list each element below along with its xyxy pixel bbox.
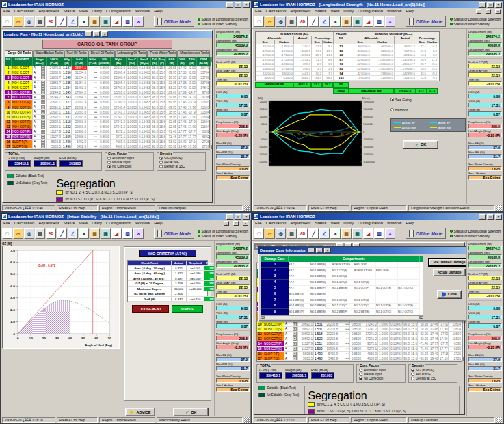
display-icon[interactable]: ▣: [101, 16, 111, 27]
menu-item[interactable]: Adjustment: [290, 9, 310, 13]
cargo-kind-dropdown[interactable]: A▼: [33, 85, 47, 90]
draft-line-icon[interactable]: ╱: [308, 16, 319, 27]
title-bar[interactable]: Loadcom for IRAN HORMOZ - [Longitudinal …: [252, 1, 503, 8]
table-row[interactable]: 4 NO4 C.COT A▼ 31883.7 1.235 31254.6 •••…: [5, 81, 211, 85]
table-row[interactable]: 10 NO3 COT(P) A▼ 20692.1 1.531 20203.8 •…: [257, 322, 462, 327]
table-row[interactable]: 2 NO2 C.COT A▼ 31883.6 1.236 31254.6 •••…: [5, 70, 211, 75]
trim-gauge-icon[interactable]: ∠: [68, 228, 78, 239]
radio-option[interactable]: No Correction: [359, 377, 403, 380]
new-file-icon[interactable]: □: [254, 228, 264, 239]
radio-option[interactable]: Manual Input: [359, 373, 403, 376]
close-icon[interactable]: ×: [243, 2, 250, 8]
ullage-cell[interactable]: 1.234: [62, 85, 72, 90]
table-row[interactable]: 14 NO5 COT(P) A▼ 11127.9 1.511 10908.6 •…: [257, 341, 462, 346]
report-book-icon[interactable]: ▥: [122, 228, 133, 239]
menu-item[interactable]: Help: [406, 9, 414, 13]
ship-search-icon[interactable]: ◎: [276, 16, 286, 27]
radio-option[interactable]: Automatic Input: [107, 157, 151, 160]
minimize-icon[interactable]: _: [85, 31, 92, 37]
menu-item[interactable]: File: [255, 221, 262, 225]
horizontal-scrollbar[interactable]: ◀▶: [261, 315, 423, 319]
minimize-icon[interactable]: _: [308, 248, 315, 253]
resize-grip[interactable]: [244, 417, 250, 423]
cargo-kind-dropdown[interactable]: A▼: [33, 66, 47, 70]
menu-item[interactable]: File: [3, 9, 10, 13]
close-icon[interactable]: ×: [101, 31, 108, 37]
damage-case-row[interactable]: 9 NO.1 WBT(P) NO.1 WBT(S) NO.2 WBT(P) NO…: [261, 309, 423, 315]
new-file-icon[interactable]: □: [2, 228, 12, 239]
draft-line-icon[interactable]: ╱: [57, 16, 67, 27]
menu-item[interactable]: View: [330, 9, 339, 13]
vertical-scrollbar[interactable]: ▲▼: [211, 57, 213, 149]
table-row[interactable]: 15 NO5 COT(S) A▼ 11127.9 1.509 10908.6 •…: [5, 135, 211, 140]
table-row[interactable]: 16 SLOP T(P) A▼ 5603.5 1.490 5492.9 ••• …: [257, 352, 462, 356]
title-bar[interactable]: Loadcom for IRAN HORMOZ - [Intact Stabil…: [1, 213, 251, 220]
menu-item[interactable]: Adjustment: [290, 221, 310, 225]
menu-item[interactable]: Status: [63, 221, 75, 225]
table-row[interactable]: 11 NO3 COT(S) A▼ 20692.1 1.531 20203.8 •…: [257, 327, 462, 332]
menu-item[interactable]: Adjustment: [38, 221, 59, 225]
print-icon[interactable]: ▤: [287, 228, 297, 239]
offline-mode-button[interactable]: Offline Mode: [406, 228, 446, 239]
dialog-title-bar[interactable]: Damage Case Information _ □ ×: [258, 247, 466, 254]
trim-gauge-icon[interactable]: ∠: [319, 16, 330, 27]
print-icon[interactable]: ▤: [35, 16, 45, 27]
resize-grip[interactable]: [244, 205, 250, 211]
damage-case-row[interactable]: 1 F.P.T NO.1 WBT(S) BOSUN STORE FWD. VOI…: [261, 262, 423, 268]
table-row[interactable]: 15 NO5 COT(S) A▼ 11127.9 1.509 10908.6 •…: [257, 347, 462, 352]
cargo-kind-dropdown[interactable]: A▼: [284, 347, 298, 352]
cargo-kind-dropdown[interactable]: A▼: [33, 105, 47, 110]
trim-chart-icon[interactable]: ◢: [111, 16, 122, 27]
table-row[interactable]: 10 NO3 COT(P) A▼ 20692.1 1.531 20203.8 •…: [5, 110, 211, 115]
menu-item[interactable]: View: [79, 221, 88, 225]
menu-item[interactable]: Calculation: [14, 221, 35, 225]
ullage-cell[interactable]: 1.240: [62, 75, 72, 80]
cargo-kind-dropdown[interactable]: A▼: [284, 327, 298, 332]
new-file-icon[interactable]: □: [2, 16, 12, 27]
radio-option[interactable]: Sea Going: [390, 98, 466, 102]
tab[interactable]: Water Ballast Tanks: [33, 50, 64, 57]
menu-item[interactable]: Window: [387, 221, 401, 225]
radio-option[interactable]: API at 60F: [411, 373, 455, 376]
tab[interactable]: Fresh Water Tanks: [147, 50, 177, 57]
cargo-kind-dropdown[interactable]: A▼: [33, 129, 47, 134]
cargo-kind-dropdown[interactable]: A▼: [33, 90, 47, 95]
radio-option[interactable]: Harbour: [390, 108, 466, 112]
maximize-icon[interactable]: □: [235, 214, 241, 220]
advice-button[interactable]: ADVICE: [125, 408, 156, 416]
menu-item[interactable]: COnfiguration: [106, 221, 131, 225]
ullage-cell[interactable]: 1.511: [62, 129, 72, 134]
ullage-cell[interactable]: 1.345: [62, 90, 72, 95]
cargo-hold-icon[interactable]: ▦: [341, 16, 352, 27]
draft-line-icon[interactable]: ╱: [57, 228, 67, 239]
cargo-kind-dropdown[interactable]: A▼: [284, 332, 298, 336]
ullage-cell[interactable]: 1.522: [62, 124, 72, 129]
pre-defined-damage-button[interactable]: Pre Defined Damage: [429, 259, 466, 266]
damage-case-row[interactable]: 3 F.P.T NO.1 WBT(S) NO.1 COT(S): [261, 274, 423, 280]
maximize-icon[interactable]: □: [487, 214, 494, 220]
maximize-icon[interactable]: □: [93, 31, 100, 37]
tab[interactable]: Cargo Oil Tanks: [5, 50, 33, 57]
menu-item[interactable]: Status: [63, 9, 75, 13]
child-minimize-icon[interactable]: _: [476, 9, 481, 14]
draft-line-icon[interactable]: ╱: [308, 228, 319, 239]
ullage-cell[interactable]: 1.527: [62, 100, 72, 105]
child-minimize-icon[interactable]: _: [224, 221, 229, 226]
menu-item[interactable]: Utility: [92, 9, 102, 13]
tank-colors-icon[interactable]: ●: [330, 16, 341, 27]
maximize-icon[interactable]: □: [487, 2, 494, 8]
damage-case-row[interactable]: 4 F.P.T NO.1 WBT(S) NO.1 COT(C) NO.1 COT…: [261, 280, 423, 286]
cargo-hold-icon[interactable]: ▦: [90, 228, 100, 239]
spell-check-icon[interactable]: AB: [297, 228, 308, 239]
menu-item[interactable]: Window: [135, 221, 150, 225]
display-icon[interactable]: ▣: [352, 16, 362, 27]
title-bar[interactable]: Loadcom for IRAN HORMOZ _ □ ×: [252, 213, 503, 220]
radio-option[interactable]: S/G (60/60F): [159, 157, 203, 160]
cargo-kind-dropdown[interactable]: A▼: [284, 336, 298, 341]
menu-item[interactable]: COnfiguration: [358, 221, 383, 225]
cargo-kind-dropdown[interactable]: A▼: [284, 352, 298, 356]
table-row[interactable]: 6 NO1 COT(P) A▼ 18244.2 1.345 17884.2 ••…: [5, 90, 211, 95]
spell-check-icon[interactable]: AB: [297, 16, 308, 27]
table-row[interactable]: 7 NO1 COT(S) A▼ 18244.2 1.343 17884.2 ••…: [5, 95, 211, 100]
cargo-kind-dropdown[interactable]: A▼: [33, 135, 47, 140]
